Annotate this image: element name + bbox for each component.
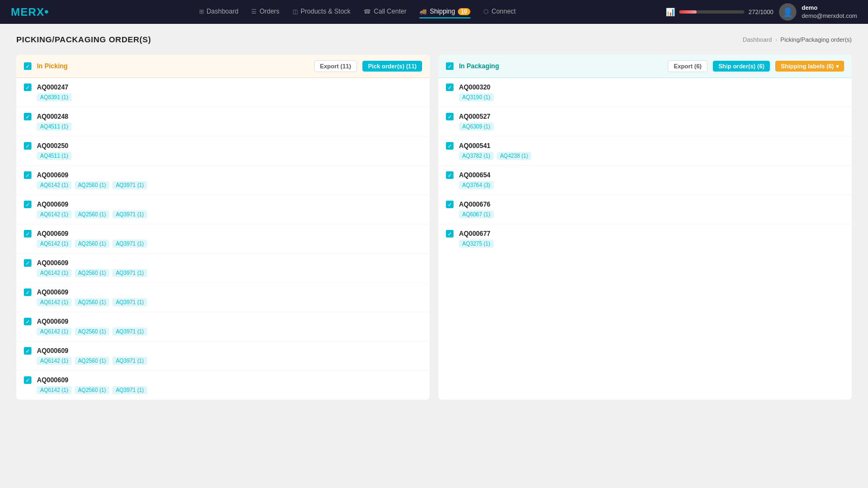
order-checkbox[interactable]: ✓ <box>24 259 31 267</box>
order-tag[interactable]: AQ2560 (1) <box>75 181 110 189</box>
order-info: AQ000677AQ3275 (1) <box>459 230 844 248</box>
packaging-order-row[interactable]: ✓AQ000527AQ6309 (1) <box>438 107 852 137</box>
packaging-order-row[interactable]: ✓AQ000676AQ6067 (1) <box>438 195 852 224</box>
order-tag[interactable]: AQ2560 (1) <box>75 210 110 219</box>
packaging-order-row[interactable]: ✓AQ000677AQ3275 (1) <box>438 224 852 253</box>
order-tag[interactable]: AQ4511 (1) <box>37 152 72 160</box>
order-tag[interactable]: AQ4511 (1) <box>37 123 72 131</box>
shipping-labels-button[interactable]: Shipping labels (6) <box>775 61 844 72</box>
order-tag[interactable]: AQ3971 (1) <box>112 210 147 219</box>
order-tag[interactable]: AQ3971 (1) <box>112 269 147 277</box>
order-tag[interactable]: AQ3782 (1) <box>459 152 494 160</box>
picking-export-button[interactable]: Export (11) <box>314 60 357 72</box>
nav-call-center[interactable]: ☎ Call Center <box>363 5 406 18</box>
order-id: AQ000609 <box>37 288 422 296</box>
order-tags: AQ6142 (1)AQ2560 (1)AQ3971 (1) <box>37 386 422 394</box>
order-tag[interactable]: AQ6142 (1) <box>37 240 72 248</box>
order-checkbox[interactable]: ✓ <box>24 201 31 208</box>
order-tag[interactable]: AQ3190 (1) <box>459 93 494 101</box>
order-tag[interactable]: AQ3971 (1) <box>112 240 147 248</box>
order-tag[interactable]: AQ2560 (1) <box>75 357 110 365</box>
picking-order-row[interactable]: ✓AQ000609AQ6142 (1)AQ2560 (1)AQ3971 (1) <box>16 195 430 224</box>
packaging-select-all-checkbox[interactable]: ✓ <box>446 62 454 70</box>
picking-order-row[interactable]: ✓AQ000609AQ6142 (1)AQ2560 (1)AQ3971 (1) <box>16 312 430 342</box>
order-tag[interactable]: AQ3275 (1) <box>459 240 494 248</box>
order-tag[interactable]: AQ6142 (1) <box>37 269 72 277</box>
order-checkbox[interactable]: ✓ <box>446 201 454 208</box>
logo-text: MERX <box>11 6 44 18</box>
order-checkbox[interactable]: ✓ <box>446 171 454 179</box>
order-id: AQ000609 <box>37 230 422 237</box>
progress-icon: 📊 <box>666 8 675 16</box>
picking-order-row[interactable]: ✓AQ000247AQ8391 (1) <box>16 78 430 107</box>
orders-icon: ☰ <box>251 8 257 15</box>
order-tag[interactable]: AQ6142 (1) <box>37 181 72 189</box>
order-tag[interactable]: AQ6142 (1) <box>37 357 72 365</box>
packaging-order-row[interactable]: ✓AQ000654AQ3764 (3) <box>438 166 852 195</box>
nav-products-stock[interactable]: ◫ Products & Stock <box>292 5 350 18</box>
picking-order-row[interactable]: ✓AQ000609AQ6142 (1)AQ2560 (1)AQ3971 (1) <box>16 371 430 400</box>
order-tag[interactable]: AQ6142 (1) <box>37 298 72 306</box>
picking-order-row[interactable]: ✓AQ000609AQ6142 (1)AQ2560 (1)AQ3971 (1) <box>16 254 430 283</box>
order-checkbox[interactable]: ✓ <box>24 347 31 355</box>
order-tag[interactable]: AQ3971 (1) <box>112 328 147 336</box>
nav-orders[interactable]: ☰ Orders <box>251 5 279 18</box>
nav-call-center-label: Call Center <box>374 8 406 15</box>
packaging-order-row[interactable]: ✓AQ000541AQ3782 (1)AQ4238 (1) <box>438 137 852 166</box>
picking-order-row[interactable]: ✓AQ000609AQ6142 (1)AQ2560 (1)AQ3971 (1) <box>16 283 430 312</box>
picking-order-row[interactable]: ✓AQ000248AQ4511 (1) <box>16 107 430 137</box>
order-checkbox[interactable]: ✓ <box>446 230 454 237</box>
order-tag[interactable]: AQ3971 (1) <box>112 181 147 189</box>
order-tag[interactable]: AQ2560 (1) <box>75 269 110 277</box>
picking-order-row[interactable]: ✓AQ000609AQ6142 (1)AQ2560 (1)AQ3971 (1) <box>16 224 430 254</box>
app-logo[interactable]: MERX• <box>11 5 49 19</box>
order-checkbox[interactable]: ✓ <box>24 318 31 325</box>
order-tag[interactable]: AQ3764 (3) <box>459 181 494 189</box>
order-tag[interactable]: AQ3971 (1) <box>112 357 147 365</box>
products-icon: ◫ <box>292 8 298 15</box>
order-checkbox[interactable]: ✓ <box>24 142 31 150</box>
order-checkbox[interactable]: ✓ <box>446 142 454 150</box>
packaging-export-button[interactable]: Export (6) <box>668 60 707 72</box>
order-id: AQ000320 <box>459 84 844 91</box>
order-tag[interactable]: AQ6309 (1) <box>459 123 494 131</box>
order-tag[interactable]: AQ2560 (1) <box>75 298 110 306</box>
order-tag[interactable]: AQ3971 (1) <box>112 298 147 306</box>
picking-select-all-checkbox[interactable]: ✓ <box>24 62 31 70</box>
picking-order-row[interactable]: ✓AQ000609AQ6142 (1)AQ2560 (1)AQ3971 (1) <box>16 166 430 195</box>
order-checkbox[interactable]: ✓ <box>24 376 31 384</box>
order-tags: AQ6142 (1)AQ2560 (1)AQ3971 (1) <box>37 240 422 248</box>
ship-orders-button[interactable]: Ship order(s) (6) <box>713 61 770 72</box>
user-email: demo@merxdot.com <box>802 12 857 20</box>
order-tag[interactable]: AQ6067 (1) <box>459 210 494 219</box>
picking-order-row[interactable]: ✓AQ000250AQ4511 (1) <box>16 137 430 166</box>
order-tag[interactable]: AQ6142 (1) <box>37 328 72 336</box>
nav-connect[interactable]: ⬡ Connect <box>483 5 516 18</box>
order-tag[interactable]: AQ6142 (1) <box>37 210 72 219</box>
order-tag[interactable]: AQ2560 (1) <box>75 386 110 394</box>
order-checkbox[interactable]: ✓ <box>24 288 31 296</box>
order-checkbox[interactable]: ✓ <box>24 84 31 91</box>
user-section: 📊 272/1000 👤 demo demo@merxdot.com <box>666 3 857 21</box>
order-tag[interactable]: AQ8391 (1) <box>37 93 72 101</box>
avatar[interactable]: 👤 <box>779 3 796 21</box>
picking-order-row[interactable]: ✓AQ000609AQ6142 (1)AQ2560 (1)AQ3971 (1) <box>16 342 430 371</box>
order-checkbox[interactable]: ✓ <box>446 84 454 91</box>
order-checkbox[interactable]: ✓ <box>24 113 31 120</box>
order-checkbox[interactable]: ✓ <box>24 230 31 237</box>
pick-orders-button[interactable]: Pick order(s) (11) <box>362 61 422 72</box>
order-tag[interactable]: AQ3971 (1) <box>112 386 147 394</box>
breadcrumb-separator: › <box>775 36 777 43</box>
order-tag[interactable]: AQ2560 (1) <box>75 240 110 248</box>
packaging-order-row[interactable]: ✓AQ000320AQ3190 (1) <box>438 78 852 107</box>
order-tag[interactable]: AQ2560 (1) <box>75 328 110 336</box>
nav-dashboard[interactable]: ⊞ Dashboard <box>199 5 239 18</box>
nav-shipping[interactable]: 🚚 Shipping 10 <box>419 5 470 18</box>
order-tags: AQ6142 (1)AQ2560 (1)AQ3971 (1) <box>37 210 422 219</box>
order-checkbox[interactable]: ✓ <box>446 113 454 120</box>
order-checkbox[interactable]: ✓ <box>24 171 31 179</box>
breadcrumb-root[interactable]: Dashboard <box>743 36 772 43</box>
order-tag[interactable]: AQ6142 (1) <box>37 386 72 394</box>
picking-column-header: ✓ In Picking Export (11) Pick order(s) (… <box>16 55 430 78</box>
order-tag[interactable]: AQ4238 (1) <box>497 152 532 160</box>
